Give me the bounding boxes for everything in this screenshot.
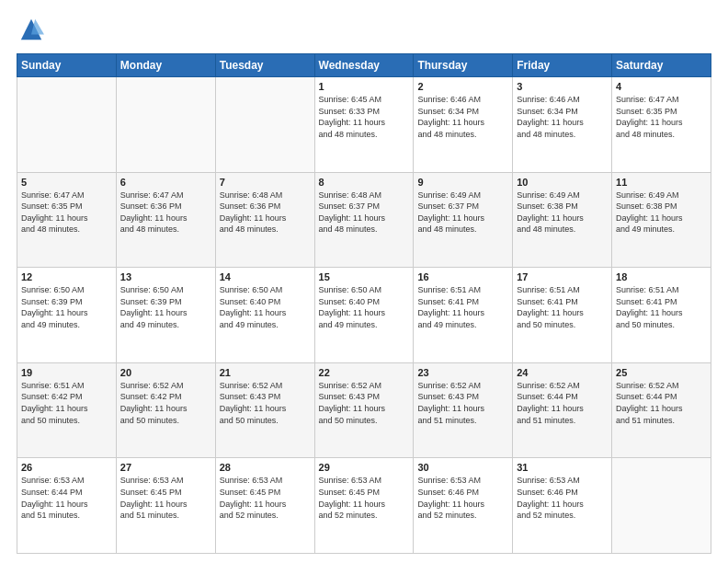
- day-info: Sunrise: 6:53 AM Sunset: 6:44 PM Dayligh…: [21, 475, 112, 521]
- logo-icon: [18, 17, 44, 42]
- day-number: 16: [417, 271, 508, 282]
- day-number: 26: [21, 462, 112, 473]
- calendar-cell: 18Sunrise: 6:51 AM Sunset: 6:41 PM Dayli…: [612, 268, 711, 363]
- calendar-cell: 24Sunrise: 6:52 AM Sunset: 6:44 PM Dayli…: [513, 362, 612, 458]
- day-info: Sunrise: 6:52 AM Sunset: 6:42 PM Dayligh…: [120, 380, 211, 426]
- calendar-cell: [612, 458, 711, 554]
- day-number: 17: [517, 271, 608, 282]
- weekday-header-monday: Monday: [116, 54, 215, 77]
- calendar-cell: 13Sunrise: 6:50 AM Sunset: 6:39 PM Dayli…: [116, 268, 215, 363]
- day-info: Sunrise: 6:52 AM Sunset: 6:44 PM Dayligh…: [616, 380, 707, 426]
- day-info: Sunrise: 6:52 AM Sunset: 6:43 PM Dayligh…: [417, 380, 508, 426]
- day-number: 31: [517, 462, 608, 473]
- calendar-cell: 6Sunrise: 6:47 AM Sunset: 6:36 PM Daylig…: [116, 172, 215, 268]
- day-number: 8: [319, 177, 410, 188]
- day-info: Sunrise: 6:47 AM Sunset: 6:35 PM Dayligh…: [21, 190, 112, 236]
- day-number: 25: [616, 367, 707, 378]
- day-info: Sunrise: 6:49 AM Sunset: 6:38 PM Dayligh…: [616, 190, 707, 236]
- day-info: Sunrise: 6:49 AM Sunset: 6:38 PM Dayligh…: [517, 190, 608, 236]
- day-number: 13: [120, 271, 211, 282]
- day-number: 2: [417, 81, 508, 92]
- calendar-cell: 25Sunrise: 6:52 AM Sunset: 6:44 PM Dayli…: [612, 362, 711, 458]
- calendar-cell: [116, 77, 215, 173]
- day-info: Sunrise: 6:47 AM Sunset: 6:35 PM Dayligh…: [616, 94, 707, 140]
- day-number: 22: [319, 367, 410, 378]
- day-number: 12: [21, 271, 112, 282]
- day-info: Sunrise: 6:46 AM Sunset: 6:34 PM Dayligh…: [417, 94, 508, 140]
- calendar-cell: [215, 77, 314, 173]
- calendar-cell: 10Sunrise: 6:49 AM Sunset: 6:38 PM Dayli…: [513, 172, 612, 268]
- calendar-cell: 31Sunrise: 6:53 AM Sunset: 6:46 PM Dayli…: [513, 458, 612, 554]
- day-number: 28: [220, 462, 311, 473]
- day-number: 15: [319, 271, 410, 282]
- day-number: 1: [319, 81, 410, 92]
- day-number: 3: [517, 81, 608, 92]
- calendar-cell: 27Sunrise: 6:53 AM Sunset: 6:45 PM Dayli…: [116, 458, 215, 554]
- weekday-header-sunday: Sunday: [17, 54, 117, 77]
- calendar-cell: 20Sunrise: 6:52 AM Sunset: 6:42 PM Dayli…: [116, 362, 215, 458]
- page: SundayMondayTuesdayWednesdayThursdayFrid…: [0, 0, 728, 563]
- week-row-2: 5Sunrise: 6:47 AM Sunset: 6:35 PM Daylig…: [17, 172, 711, 268]
- day-number: 18: [616, 271, 707, 282]
- day-info: Sunrise: 6:51 AM Sunset: 6:41 PM Dayligh…: [517, 284, 608, 330]
- calendar-cell: 11Sunrise: 6:49 AM Sunset: 6:38 PM Dayli…: [612, 172, 711, 268]
- calendar-cell: 22Sunrise: 6:52 AM Sunset: 6:43 PM Dayli…: [314, 362, 414, 458]
- calendar-cell: 26Sunrise: 6:53 AM Sunset: 6:44 PM Dayli…: [17, 458, 117, 554]
- day-info: Sunrise: 6:51 AM Sunset: 6:42 PM Dayligh…: [21, 380, 112, 426]
- calendar-cell: 29Sunrise: 6:53 AM Sunset: 6:45 PM Dayli…: [314, 458, 414, 554]
- day-info: Sunrise: 6:53 AM Sunset: 6:45 PM Dayligh…: [319, 475, 410, 521]
- calendar-cell: 14Sunrise: 6:50 AM Sunset: 6:40 PM Dayli…: [215, 268, 314, 363]
- calendar-cell: [17, 77, 117, 173]
- day-info: Sunrise: 6:50 AM Sunset: 6:40 PM Dayligh…: [220, 284, 311, 330]
- week-row-3: 12Sunrise: 6:50 AM Sunset: 6:39 PM Dayli…: [17, 268, 711, 363]
- calendar-cell: 28Sunrise: 6:53 AM Sunset: 6:45 PM Dayli…: [215, 458, 314, 554]
- calendar-cell: 17Sunrise: 6:51 AM Sunset: 6:41 PM Dayli…: [513, 268, 612, 363]
- day-info: Sunrise: 6:52 AM Sunset: 6:43 PM Dayligh…: [220, 380, 311, 426]
- weekday-header-tuesday: Tuesday: [215, 54, 314, 77]
- day-info: Sunrise: 6:51 AM Sunset: 6:41 PM Dayligh…: [417, 284, 508, 330]
- week-row-4: 19Sunrise: 6:51 AM Sunset: 6:42 PM Dayli…: [17, 362, 711, 458]
- calendar-table: SundayMondayTuesdayWednesdayThursdayFrid…: [17, 53, 711, 554]
- day-number: 20: [120, 367, 211, 378]
- calendar-cell: 2Sunrise: 6:46 AM Sunset: 6:34 PM Daylig…: [414, 77, 513, 173]
- calendar-cell: 5Sunrise: 6:47 AM Sunset: 6:35 PM Daylig…: [17, 172, 117, 268]
- weekday-header-wednesday: Wednesday: [314, 54, 414, 77]
- day-number: 11: [616, 177, 707, 188]
- day-number: 10: [517, 177, 608, 188]
- day-info: Sunrise: 6:53 AM Sunset: 6:45 PM Dayligh…: [220, 475, 311, 521]
- day-number: 19: [21, 367, 112, 378]
- day-info: Sunrise: 6:45 AM Sunset: 6:33 PM Dayligh…: [319, 94, 410, 140]
- calendar-cell: 7Sunrise: 6:48 AM Sunset: 6:36 PM Daylig…: [215, 172, 314, 268]
- day-number: 24: [517, 367, 608, 378]
- day-info: Sunrise: 6:50 AM Sunset: 6:39 PM Dayligh…: [21, 284, 112, 330]
- day-info: Sunrise: 6:50 AM Sunset: 6:39 PM Dayligh…: [120, 284, 211, 330]
- header: [17, 17, 711, 46]
- week-row-5: 26Sunrise: 6:53 AM Sunset: 6:44 PM Dayli…: [17, 458, 711, 554]
- day-number: 29: [319, 462, 410, 473]
- day-number: 21: [220, 367, 311, 378]
- day-info: Sunrise: 6:51 AM Sunset: 6:41 PM Dayligh…: [616, 284, 707, 330]
- calendar-cell: 30Sunrise: 6:53 AM Sunset: 6:46 PM Dayli…: [414, 458, 513, 554]
- day-info: Sunrise: 6:46 AM Sunset: 6:34 PM Dayligh…: [517, 94, 608, 140]
- calendar-cell: 12Sunrise: 6:50 AM Sunset: 6:39 PM Dayli…: [17, 268, 117, 363]
- calendar-cell: 4Sunrise: 6:47 AM Sunset: 6:35 PM Daylig…: [612, 77, 711, 173]
- logo: [17, 17, 48, 46]
- day-info: Sunrise: 6:53 AM Sunset: 6:45 PM Dayligh…: [120, 475, 211, 521]
- day-info: Sunrise: 6:52 AM Sunset: 6:44 PM Dayligh…: [517, 380, 608, 426]
- day-info: Sunrise: 6:53 AM Sunset: 6:46 PM Dayligh…: [517, 475, 608, 521]
- day-info: Sunrise: 6:50 AM Sunset: 6:40 PM Dayligh…: [319, 284, 410, 330]
- calendar-cell: 8Sunrise: 6:48 AM Sunset: 6:37 PM Daylig…: [314, 172, 414, 268]
- day-info: Sunrise: 6:48 AM Sunset: 6:37 PM Dayligh…: [319, 190, 410, 236]
- calendar-cell: 21Sunrise: 6:52 AM Sunset: 6:43 PM Dayli…: [215, 362, 314, 458]
- calendar-cell: 9Sunrise: 6:49 AM Sunset: 6:37 PM Daylig…: [414, 172, 513, 268]
- day-number: 30: [417, 462, 508, 473]
- week-row-1: 1Sunrise: 6:45 AM Sunset: 6:33 PM Daylig…: [17, 77, 711, 173]
- day-info: Sunrise: 6:53 AM Sunset: 6:46 PM Dayligh…: [417, 475, 508, 521]
- calendar-cell: 15Sunrise: 6:50 AM Sunset: 6:40 PM Dayli…: [314, 268, 414, 363]
- day-info: Sunrise: 6:52 AM Sunset: 6:43 PM Dayligh…: [319, 380, 410, 426]
- weekday-header-saturday: Saturday: [612, 54, 711, 77]
- day-number: 14: [220, 271, 311, 282]
- weekday-header-row: SundayMondayTuesdayWednesdayThursdayFrid…: [17, 54, 711, 77]
- day-number: 23: [417, 367, 508, 378]
- calendar-cell: 16Sunrise: 6:51 AM Sunset: 6:41 PM Dayli…: [414, 268, 513, 363]
